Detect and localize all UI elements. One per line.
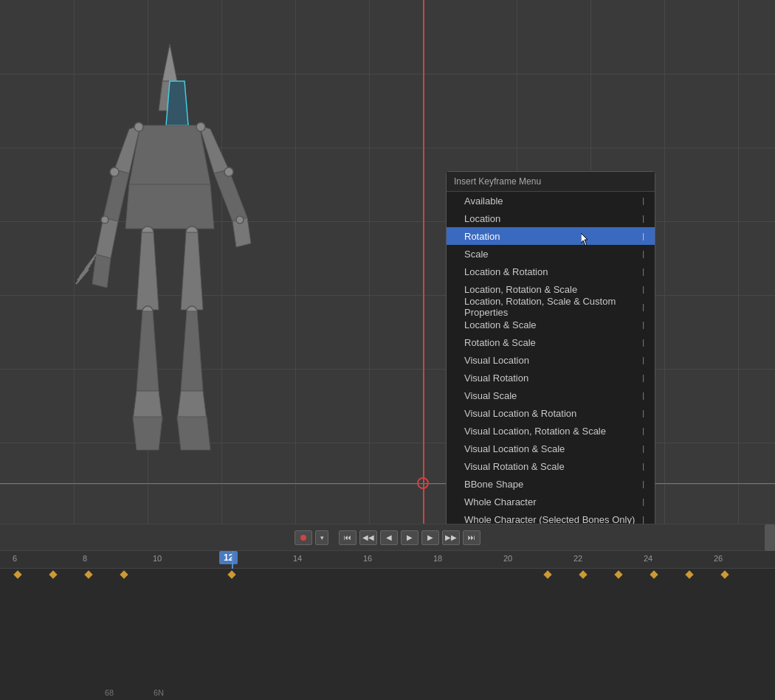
svg-marker-2 bbox=[166, 81, 188, 125]
red-vertical-line bbox=[423, 0, 424, 524]
current-frame-indicator[interactable]: 12 bbox=[219, 551, 238, 564]
menu-item-visual-location-rotation-scale[interactable]: Visual Location, Rotation & Scale| bbox=[447, 422, 655, 440]
menu-item-arrow-location-scale: | bbox=[642, 320, 644, 329]
bottom-text-left: 68 bbox=[105, 688, 114, 697]
svg-line-33 bbox=[78, 266, 90, 280]
menu-item-arrow-visual-rotation: | bbox=[642, 373, 644, 382]
menu-item-location-rotation[interactable]: Location & Rotation| bbox=[447, 263, 655, 280]
jump-start-button[interactable]: ⏮ bbox=[339, 530, 356, 545]
svg-marker-7 bbox=[92, 254, 111, 288]
menu-item-arrow-location-rotation: | bbox=[642, 267, 644, 276]
menu-item-label-visual-rotation-scale: Visual Rotation & Scale bbox=[464, 461, 565, 472]
ruler-mark-14: 14 bbox=[293, 554, 302, 563]
prev-keyframe-button[interactable]: ◀◀ bbox=[359, 530, 377, 545]
menu-item-arrow-whole-character: | bbox=[642, 497, 644, 506]
svg-point-29 bbox=[236, 216, 244, 223]
menu-item-label-whole-character-selected: Whole Character (Selected Bones Only) bbox=[464, 514, 635, 524]
menu-item-visual-rotation-scale[interactable]: Visual Rotation & Scale| bbox=[447, 457, 655, 475]
menu-item-rotation[interactable]: Rotation| bbox=[447, 227, 655, 245]
menu-item-arrow-visual-location-rotation: | bbox=[642, 409, 644, 417]
ruler-mark-24: 24 bbox=[644, 554, 652, 563]
keyframe-diamond bbox=[720, 570, 728, 578]
menu-item-visual-location[interactable]: Visual Location| bbox=[447, 351, 655, 369]
menu-item-arrow-whole-character-selected: | bbox=[642, 515, 644, 524]
timeline-tracks[interactable] bbox=[0, 569, 775, 700]
svg-point-25 bbox=[196, 122, 205, 131]
keyframe-diamond bbox=[227, 570, 235, 578]
menu-item-label-location-rotation-scale: Location, Rotation & Scale bbox=[464, 284, 577, 295]
menu-items-list: Available|Location|Rotation|Scale|Locati… bbox=[447, 192, 655, 524]
menu-item-location[interactable]: Location| bbox=[447, 209, 655, 227]
ruler-mark-8: 8 bbox=[83, 554, 87, 563]
record-dropdown[interactable]: ▾ bbox=[315, 530, 328, 545]
scrollbar-indicator[interactable] bbox=[765, 524, 775, 551]
menu-item-arrow-location-rotation-scale: | bbox=[642, 285, 644, 294]
next-keyframe-button[interactable]: ▶▶ bbox=[442, 530, 460, 545]
menu-item-location-rotation-scale-custom[interactable]: Location, Rotation, Scale & Custom Prope… bbox=[447, 298, 655, 316]
svg-point-27 bbox=[224, 167, 233, 176]
ruler-mark-10: 10 bbox=[153, 554, 162, 563]
menu-item-visual-location-scale[interactable]: Visual Location & Scale| bbox=[447, 440, 655, 457]
menu-item-whole-character[interactable]: Whole Character| bbox=[447, 493, 655, 510]
menu-item-label-whole-character: Whole Character bbox=[464, 496, 537, 507]
menu-item-available[interactable]: Available| bbox=[447, 192, 655, 209]
timeline: ▾ ⏮ ◀◀ ◀ ▶ ▶ ▶▶ ⏭ 6 8 10 12 14 16 18 20 … bbox=[0, 524, 775, 700]
menu-item-label-visual-scale: Visual Scale bbox=[464, 390, 517, 401]
menu-item-arrow-location-rotation-scale-custom: | bbox=[642, 302, 644, 311]
svg-line-34 bbox=[76, 269, 89, 284]
svg-marker-14 bbox=[137, 232, 159, 310]
svg-point-28 bbox=[101, 216, 108, 223]
menu-item-label-location-rotation-scale-custom: Location, Rotation, Scale & Custom Prope… bbox=[464, 296, 642, 318]
menu-item-label-bbone-shape: BBone Shape bbox=[464, 479, 523, 490]
svg-marker-22 bbox=[177, 391, 207, 420]
keyframe-diamond bbox=[13, 570, 21, 578]
menu-item-rotation-scale[interactable]: Rotation & Scale| bbox=[447, 333, 655, 351]
origin-marker bbox=[417, 477, 429, 489]
play-button[interactable]: ▶ bbox=[401, 530, 418, 545]
svg-marker-11 bbox=[125, 184, 214, 229]
menu-item-label-location: Location bbox=[464, 213, 500, 224]
svg-marker-5 bbox=[103, 170, 129, 221]
svg-marker-16 bbox=[137, 311, 159, 391]
next-frame-button[interactable]: ▶ bbox=[421, 530, 439, 545]
svg-marker-19 bbox=[181, 232, 203, 310]
grid-line-v bbox=[369, 0, 370, 524]
menu-item-label-location-scale: Location & Scale bbox=[464, 319, 537, 330]
svg-marker-18 bbox=[133, 417, 162, 450]
ruler-mark-6: 6 bbox=[13, 554, 17, 563]
menu-item-visual-scale[interactable]: Visual Scale| bbox=[447, 387, 655, 404]
ruler-mark-22: 22 bbox=[574, 554, 582, 563]
menu-item-scale[interactable]: Scale| bbox=[447, 245, 655, 263]
menu-item-arrow-visual-rotation-scale: | bbox=[642, 462, 644, 471]
menu-item-arrow-visual-location-scale: | bbox=[642, 444, 644, 453]
menu-item-label-rotation: Rotation bbox=[464, 231, 500, 242]
menu-item-arrow-visual-scale: | bbox=[642, 391, 644, 400]
menu-title: Insert Keyframe Menu bbox=[447, 172, 655, 192]
menu-item-arrow-available: | bbox=[642, 196, 644, 205]
keyframe-diamond bbox=[84, 570, 92, 578]
viewport: Insert Keyframe Menu Available|Location|… bbox=[0, 0, 775, 524]
keyframe-diamond bbox=[650, 570, 658, 578]
menu-item-visual-location-rotation[interactable]: Visual Location & Rotation| bbox=[447, 404, 655, 422]
menu-item-whole-character-selected[interactable]: Whole Character (Selected Bones Only)| bbox=[447, 510, 655, 524]
menu-item-label-visual-rotation: Visual Rotation bbox=[464, 372, 528, 384]
svg-marker-21 bbox=[181, 311, 203, 391]
timeline-ruler: 6 8 10 12 14 16 18 20 22 24 26 bbox=[0, 551, 775, 569]
prev-frame-button[interactable]: ◀ bbox=[380, 530, 398, 545]
keyframe-diamond bbox=[120, 570, 128, 578]
ruler-mark-16: 16 bbox=[363, 554, 372, 563]
record-dot bbox=[300, 535, 306, 541]
menu-item-location-scale[interactable]: Location & Scale| bbox=[447, 316, 655, 333]
menu-item-label-visual-location-scale: Visual Location & Scale bbox=[464, 443, 565, 454]
menu-item-visual-rotation[interactable]: Visual Rotation| bbox=[447, 369, 655, 387]
menu-item-label-visual-location-rotation-scale: Visual Location, Rotation & Scale bbox=[464, 426, 606, 437]
keyframe-diamond bbox=[579, 570, 587, 578]
svg-marker-17 bbox=[133, 391, 162, 420]
menu-item-label-available: Available bbox=[464, 195, 503, 207]
menu-item-bbone-shape[interactable]: BBone Shape| bbox=[447, 475, 655, 493]
keyframe-diamond bbox=[543, 570, 551, 578]
record-button[interactable] bbox=[294, 530, 312, 545]
menu-item-arrow-location: | bbox=[642, 214, 644, 223]
jump-end-button[interactable]: ⏭ bbox=[463, 530, 480, 545]
character-skeleton bbox=[74, 37, 347, 509]
